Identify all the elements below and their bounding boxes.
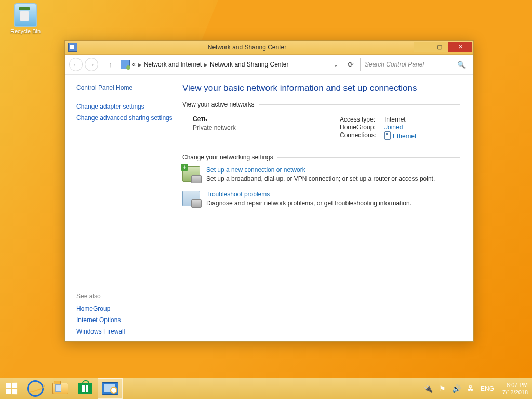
tray-language[interactable]: ENG [481, 385, 494, 392]
see-also-windows-firewall[interactable]: Windows Firewall [76, 328, 178, 335]
address-bar[interactable]: « ▶ Network and Internet ▶ Network and S… [117, 58, 341, 71]
search-input[interactable] [364, 60, 457, 69]
up-button[interactable]: ↑ [107, 61, 115, 69]
troubleshoot-icon [182, 191, 200, 206]
connection-link[interactable]: Ethernet [384, 131, 416, 140]
tray-clock[interactable]: 8:07 PM 7/12/2018 [502, 381, 528, 396]
control-panel-home-link[interactable]: Control Panel Home [76, 84, 178, 91]
homegroup-link[interactable]: Joined [384, 124, 403, 131]
tray-date: 7/12/2018 [502, 389, 528, 396]
sidebar: Control Panel Home Change adapter settin… [65, 75, 182, 342]
navigation-bar: ← → ↑ « ▶ Network and Internet ▶ Network… [65, 55, 473, 75]
connections-label: Connections: [340, 131, 384, 140]
divider [327, 114, 327, 140]
control-panel-window: Network and Sharing Center ─ ▢ ✕ ← → ↑ «… [64, 40, 474, 342]
task-setup-connection: Set up a new connection or network Set u… [182, 166, 460, 182]
recycle-bin-icon [14, 3, 37, 27]
desktop: Recycle Bin Network and Sharing Center ─… [0, 0, 532, 399]
refresh-button[interactable]: ⟳ [343, 58, 358, 71]
setup-connection-icon [182, 166, 200, 182]
taskbar-store[interactable] [73, 378, 98, 399]
divider [259, 104, 460, 105]
tray-volume-icon[interactable]: 🔊 [452, 384, 461, 393]
breadcrumb-prefix: « [132, 61, 136, 68]
network-type: Private network [193, 124, 317, 131]
chevron-right-icon: ▶ [204, 62, 208, 68]
network-name[interactable]: Сеть [193, 115, 317, 123]
folder-icon [52, 383, 68, 394]
breadcrumb-parent[interactable]: Network and Internet [144, 61, 202, 68]
window-title: Network and Sharing Center [81, 44, 414, 51]
titlebar[interactable]: Network and Sharing Center ─ ▢ ✕ [65, 41, 473, 55]
maximize-button[interactable]: ▢ [431, 42, 448, 52]
sidebar-link-advanced-sharing[interactable]: Change advanced sharing settings [76, 114, 178, 122]
troubleshoot-link[interactable]: Troubleshoot problems [206, 191, 411, 198]
system-tray: 🔌 ⚑ 🔊 🖧 ENG 8:07 PM 7/12/2018 [424, 381, 532, 396]
see-also-internet-options[interactable]: Internet Options [76, 316, 178, 324]
ethernet-icon [384, 131, 391, 140]
homegroup-label: HomeGroup: [340, 124, 384, 131]
tray-action-center-icon[interactable]: ⚑ [439, 384, 446, 393]
search-icon[interactable]: 🔍 [457, 61, 466, 69]
close-button[interactable]: ✕ [448, 42, 472, 52]
back-button[interactable]: ← [69, 58, 83, 71]
chevron-right-icon: ▶ [138, 62, 142, 68]
store-icon [78, 383, 92, 394]
taskbar-file-explorer[interactable] [48, 378, 73, 399]
active-network-block: Сеть Private network Access type:Interne… [182, 115, 460, 140]
active-networks-label: View your active networks [182, 101, 255, 108]
breadcrumb-current[interactable]: Network and Sharing Center [210, 61, 288, 68]
tray-time: 8:07 PM [502, 381, 528, 389]
internet-explorer-icon [27, 380, 44, 397]
windows-logo-icon [6, 383, 18, 395]
taskbar: 🔌 ⚑ 🔊 🖧 ENG 8:07 PM 7/12/2018 [0, 378, 532, 399]
see-also-heading: See also [76, 292, 178, 300]
divider [277, 157, 460, 158]
connection-name: Ethernet [393, 132, 416, 140]
taskbar-ie[interactable] [23, 378, 48, 399]
access-type-label: Access type: [340, 116, 384, 123]
sidebar-link-adapter-settings[interactable]: Change adapter settings [76, 103, 178, 110]
setup-connection-desc: Set up a broadband, dial-up, or VPN conn… [206, 175, 435, 182]
desktop-icon-recycle-bin[interactable]: Recycle Bin [6, 3, 45, 34]
setup-connection-link[interactable]: Set up a new connection or network [206, 166, 435, 174]
control-panel-taskbar-icon [102, 382, 118, 395]
address-dropdown-icon[interactable]: ⌄ [334, 62, 338, 68]
search-box[interactable]: 🔍 [360, 58, 469, 71]
content-pane: View your basic network information and … [182, 75, 473, 342]
forward-button[interactable]: → [85, 58, 98, 71]
access-type-value: Internet [384, 116, 406, 123]
task-troubleshoot: Troubleshoot problems Diagnose and repai… [182, 191, 460, 207]
window-icon [68, 43, 77, 52]
tray-safely-remove-icon[interactable]: 🔌 [424, 384, 433, 393]
page-heading: View your basic network information and … [182, 83, 460, 94]
troubleshoot-desc: Diagnose and repair network problems, or… [206, 200, 411, 207]
see-also-homegroup[interactable]: HomeGroup [76, 305, 178, 312]
start-button[interactable] [0, 378, 23, 399]
change-settings-label: Change your networking settings [182, 154, 273, 161]
tray-network-icon[interactable]: 🖧 [467, 384, 474, 393]
recycle-bin-label: Recycle Bin [6, 28, 45, 34]
control-panel-icon [121, 60, 130, 69]
minimize-button[interactable]: ─ [414, 42, 431, 52]
taskbar-control-panel[interactable] [98, 378, 123, 399]
